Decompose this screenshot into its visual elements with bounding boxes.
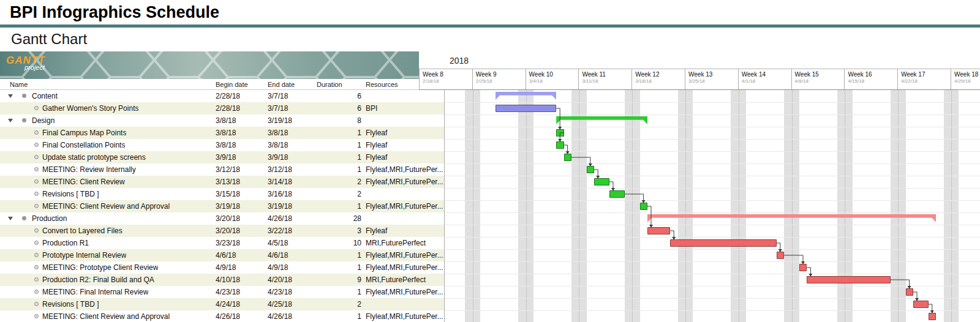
table-body: Content2/28/183/7/186Gather Women's Stor… xyxy=(0,90,444,322)
gantt-bar-task[interactable] xyxy=(799,264,807,271)
column-header-begin-date[interactable]: Begin date xyxy=(216,81,248,88)
table-row[interactable]: MEETING: Final Internal Review4/23/184/2… xyxy=(0,286,444,298)
task-name-cell: Revisions [ TBD ] xyxy=(42,190,99,198)
resources-cell: MRI,FuturePerfect xyxy=(366,275,443,284)
row-gridline xyxy=(445,200,980,201)
row-gridline xyxy=(445,237,980,238)
table-row[interactable]: MEETING: Client Review3/13/183/14/182Fly… xyxy=(0,176,444,188)
column-header-duration[interactable]: Duration xyxy=(317,81,342,88)
row-gridline xyxy=(445,102,980,103)
begin-date-cell: 4/6/18 xyxy=(216,251,265,260)
week-gridline xyxy=(685,90,686,322)
task-bullet-icon xyxy=(34,265,39,269)
gantt-bar-task[interactable] xyxy=(929,313,936,320)
week-header-cell: Week 164/15/18 xyxy=(844,69,897,90)
table-row[interactable]: Production R2: Final Build and QA4/10/18… xyxy=(0,274,444,286)
ganttproject-banner: GANTT project xyxy=(0,51,444,79)
week-name-label: Week 14 xyxy=(742,71,791,78)
resources-cell: MRI,FuturePerfect xyxy=(366,239,443,247)
table-row[interactable]: MEETING: Client Review and Approval3/19/… xyxy=(0,200,444,212)
row-gridline xyxy=(445,261,980,262)
table-row[interactable]: Production3/20/184/26/1828 xyxy=(0,212,444,225)
gantt-export-page: BPI Infographics Schedule Gantt Chart GA… xyxy=(0,0,980,322)
table-row[interactable]: Revisions [ TBD ]3/15/183/16/182 xyxy=(0,188,444,200)
table-row[interactable]: Convert to Layered Files3/20/183/22/183F… xyxy=(0,225,444,237)
gantt-bar-task[interactable] xyxy=(670,239,777,247)
begin-date-cell: 3/8/18 xyxy=(216,141,265,149)
gantt-bar-task[interactable] xyxy=(906,288,913,296)
collapse-triangle-icon[interactable] xyxy=(8,94,13,98)
table-row[interactable]: MEETING: Client Review and Approval4/26/… xyxy=(0,310,444,322)
gantt-bar-task[interactable] xyxy=(609,190,625,198)
begin-date-cell: 4/24/18 xyxy=(216,300,265,309)
gantt-bar-task[interactable] xyxy=(556,129,564,137)
table-row[interactable]: Update static prototype screens3/9/183/9… xyxy=(0,151,444,163)
table-row[interactable]: Revisions [ TBD ]4/24/184/25/182 xyxy=(0,298,444,310)
gantt-bar-task[interactable] xyxy=(913,301,929,308)
table-row[interactable]: Prototype Internal Review4/6/184/6/181Fl… xyxy=(0,249,444,261)
duration-cell: 1 xyxy=(314,141,361,149)
table-row[interactable]: Gather Women's Story Points2/28/183/7/18… xyxy=(0,102,444,114)
gantt-bar-task[interactable] xyxy=(564,154,571,161)
table-row[interactable]: Production R13/23/184/5/1810MRI,FuturePe… xyxy=(0,237,444,249)
duration-cell: 1 xyxy=(314,288,361,296)
table-row[interactable]: Design3/8/183/19/188 xyxy=(0,114,444,127)
row-gridline xyxy=(445,139,980,140)
resources-cell: Flyleaf,MRI,FuturePer... xyxy=(366,288,443,296)
week-date-label: 4/22/18 xyxy=(901,78,951,84)
table-row[interactable]: Final Campus Map Points3/8/183/8/181Flyl… xyxy=(0,127,444,139)
task-name-cell: MEETING: Client Review and Approval xyxy=(42,202,170,211)
table-row[interactable]: MEETING: Review Internally3/12/183/12/18… xyxy=(0,163,444,176)
week-name-label: Week 12 xyxy=(635,71,685,78)
task-bullet-icon xyxy=(34,179,39,184)
week-gridline xyxy=(473,90,473,322)
gantt-bar-task[interactable] xyxy=(587,166,594,173)
week-header-cell: Week 174/22/18 xyxy=(897,69,951,90)
week-date-label: 3/4/18 xyxy=(529,78,579,84)
row-gridline xyxy=(445,188,980,189)
end-date-cell: 3/14/18 xyxy=(268,178,312,186)
begin-date-cell: 4/10/18 xyxy=(216,275,265,284)
end-date-cell: 4/6/18 xyxy=(268,251,312,260)
row-gridline xyxy=(445,310,980,311)
table-row[interactable]: MEETING: Prototype Client Review4/9/184/… xyxy=(0,261,444,274)
duration-cell: 10 xyxy=(314,239,361,247)
task-bullet-icon xyxy=(34,204,39,208)
week-header-cell: Week 113/11/18 xyxy=(578,69,631,90)
week-gridline xyxy=(792,90,793,322)
gantt-bar-task[interactable] xyxy=(594,178,609,185)
week-name-label: Week 11 xyxy=(582,71,631,78)
table-row[interactable]: Content2/28/183/7/186 xyxy=(0,90,444,102)
row-gridline xyxy=(445,114,980,115)
column-header-end-date[interactable]: End date xyxy=(268,81,295,88)
week-header-cell: Week 133/25/18 xyxy=(685,69,738,90)
begin-date-cell: 4/23/18 xyxy=(216,288,265,296)
resources-cell: Flyleaf xyxy=(366,141,443,149)
gantt-bar-task[interactable] xyxy=(556,141,564,149)
collapse-triangle-icon[interactable] xyxy=(8,217,13,220)
task-name-cell: Final Campus Map Points xyxy=(42,129,126,137)
week-date-label: 4/29/18 xyxy=(954,78,980,84)
task-name-cell: Prototype Internal Review xyxy=(42,251,126,260)
duration-cell: 1 xyxy=(314,129,361,137)
collapse-triangle-icon[interactable] xyxy=(8,119,13,122)
gantt-bar-task[interactable] xyxy=(496,105,556,112)
duration-cell: 1 xyxy=(314,251,361,260)
gantt-bar-task[interactable] xyxy=(647,227,670,234)
task-name-cell: Production R1 xyxy=(42,239,89,247)
gantt-bar-task[interactable] xyxy=(807,276,890,283)
column-header-name[interactable]: Name xyxy=(10,81,28,88)
page-title: BPI Infographics Schedule xyxy=(10,3,219,22)
table-row[interactable]: Final Constellation Points3/8/183/8/181F… xyxy=(0,139,444,151)
task-bullet-icon xyxy=(34,290,39,294)
timeline-year-label: 2018 xyxy=(450,56,469,66)
gantt-bar-task[interactable] xyxy=(777,252,784,259)
end-date-cell: 3/19/18 xyxy=(268,202,312,211)
task-bullet-icon xyxy=(34,192,39,196)
timeline-week-row: Week 82/18/18Week 92/25/18Week 103/4/18W… xyxy=(419,69,980,90)
gantt-bar-task[interactable] xyxy=(640,203,647,210)
task-name-cell: Production R2: Final Build and QA xyxy=(42,275,154,284)
begin-date-cell: 3/20/18 xyxy=(216,227,265,235)
column-header-resources[interactable]: Resources xyxy=(366,81,398,88)
week-gridline xyxy=(845,90,845,322)
